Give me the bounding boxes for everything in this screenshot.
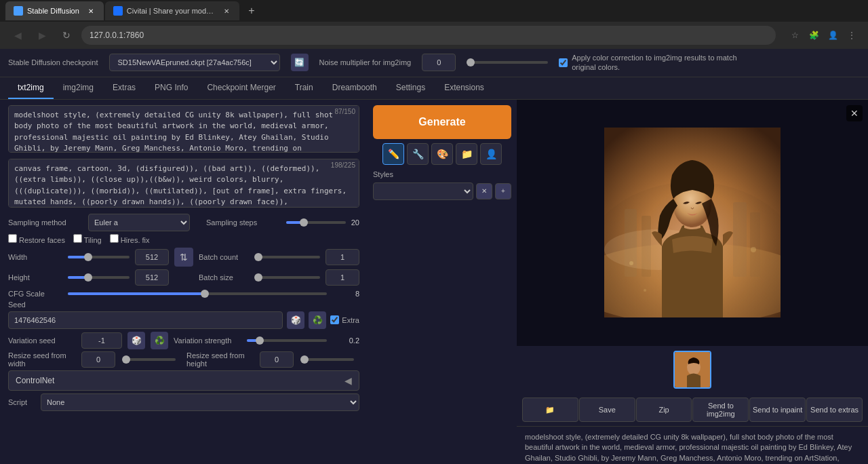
batch-size-row: Batch size bbox=[199, 269, 359, 286]
options-row: Restore faces Tiling Hires. fix bbox=[8, 234, 359, 244]
positive-prompt-input[interactable]: modelshoot style, (extremely detailed CG… bbox=[8, 105, 359, 153]
new-tab-button[interactable]: + bbox=[243, 3, 260, 19]
send-img2img-button[interactable]: Send to img2img bbox=[692, 398, 749, 422]
right-panel: ✕ bbox=[517, 100, 868, 464]
folder-button[interactable]: 📁 bbox=[522, 398, 578, 422]
bookmark-icon[interactable]: ☆ bbox=[787, 27, 803, 43]
style-icon-palette[interactable]: 🎨 bbox=[431, 143, 453, 165]
extra-checkbox[interactable] bbox=[330, 315, 339, 324]
seed-recycle-button[interactable]: ♻️ bbox=[309, 311, 326, 329]
style-icon-person[interactable]: 👤 bbox=[480, 143, 502, 165]
variation-strength-slider[interactable] bbox=[247, 339, 327, 342]
resize-seed-width-slider[interactable] bbox=[126, 358, 176, 361]
width-label: Width bbox=[8, 253, 62, 261]
script-row: Script None bbox=[8, 393, 359, 411]
send-inpaint-button[interactable]: Send to inpaint bbox=[749, 398, 806, 422]
tab-civitai[interactable]: Civitai | Share your models ✕ bbox=[105, 1, 239, 20]
styles-add-button[interactable]: + bbox=[495, 183, 511, 199]
reload-button[interactable]: ↻ bbox=[57, 26, 76, 45]
save-button[interactable]: Save bbox=[579, 398, 635, 422]
save-label: Save bbox=[599, 406, 616, 414]
settings-dots-icon[interactable]: ⋮ bbox=[844, 27, 860, 43]
tab-txt2img[interactable]: txt2img bbox=[8, 77, 54, 99]
cfg-scale-value: 8 bbox=[332, 290, 359, 298]
tab-close-sd[interactable]: ✕ bbox=[86, 6, 96, 16]
tab-checkpoint-merger[interactable]: Checkpoint Merger bbox=[197, 77, 285, 99]
address-bar[interactable]: 127.0.0.1:7860 bbox=[81, 26, 776, 45]
height-row: Height bbox=[8, 269, 169, 286]
style-icon-pencil[interactable]: ✏️ bbox=[382, 143, 404, 165]
tab-img2img[interactable]: img2img bbox=[54, 77, 103, 99]
tab-train[interactable]: Train bbox=[285, 77, 323, 99]
batch-count-input[interactable] bbox=[326, 249, 359, 265]
controlnet-section[interactable]: ControlNet ◀ bbox=[8, 370, 359, 391]
restore-faces-label: Restore faces bbox=[8, 234, 65, 244]
tab-settings[interactable]: Settings bbox=[387, 77, 435, 99]
tab-extras[interactable]: Extras bbox=[103, 77, 145, 99]
image-close-button[interactable]: ✕ bbox=[846, 105, 863, 121]
hires-fix-label: Hires. fix bbox=[110, 234, 150, 244]
resize-seed-height-input[interactable] bbox=[260, 351, 294, 368]
style-icon-wrench[interactable]: 🔧 bbox=[407, 143, 429, 165]
svg-point-9 bbox=[629, 261, 633, 265]
tab-dreambooth[interactable]: Dreambooth bbox=[323, 77, 387, 99]
batch-size-col: Batch size bbox=[199, 267, 359, 288]
resize-seed-height-slider[interactable] bbox=[304, 358, 354, 361]
color-correction-checkbox[interactable] bbox=[559, 58, 568, 67]
seed-row: 🎲 ♻️ Extra bbox=[8, 311, 359, 329]
noise-slider-container bbox=[467, 61, 548, 64]
checkpoint-label: Stable Diffusion checkpoint bbox=[8, 58, 98, 66]
noise-slider[interactable] bbox=[467, 61, 548, 64]
tab-png-info[interactable]: PNG Info bbox=[145, 77, 197, 99]
resize-seed-width-input[interactable] bbox=[81, 351, 115, 368]
checkpoint-select[interactable]: SD15NewVAEpruned.ckpt [27a4ac756c] bbox=[109, 54, 280, 71]
back-button[interactable]: ◀ bbox=[8, 26, 27, 45]
sampling-steps-slider[interactable] bbox=[286, 221, 346, 224]
variation-strength-value: 0.2 bbox=[332, 336, 359, 345]
batch-count-label: Batch count bbox=[199, 253, 253, 261]
width-input[interactable] bbox=[135, 249, 169, 265]
batch-size-input[interactable] bbox=[326, 269, 359, 286]
variation-seed-input[interactable] bbox=[81, 332, 122, 349]
tab-close-civitai[interactable]: ✕ bbox=[222, 6, 231, 16]
sampling-method-select[interactable]: Euler a bbox=[88, 214, 190, 231]
tab-extensions[interactable]: Extensions bbox=[435, 77, 494, 99]
zip-label: Zip bbox=[658, 406, 669, 414]
swap-dimensions-button[interactable]: ⇅ bbox=[174, 248, 193, 267]
cfg-scale-slider[interactable] bbox=[68, 292, 327, 295]
tab-stable-diffusion[interactable]: Stable Diffusion ✕ bbox=[5, 1, 104, 20]
tiling-checkbox[interactable] bbox=[73, 234, 82, 243]
generate-button[interactable]: Generate bbox=[373, 105, 511, 139]
batch-size-slider[interactable] bbox=[258, 276, 320, 279]
width-slider[interactable] bbox=[68, 256, 130, 258]
height-thumb bbox=[84, 273, 92, 282]
variation-seed-recycle[interactable]: ♻️ bbox=[151, 332, 168, 349]
height-slider[interactable] bbox=[68, 276, 130, 279]
seed-input[interactable] bbox=[8, 311, 283, 329]
styles-clear-button[interactable]: ✕ bbox=[476, 183, 492, 199]
extensions-icon[interactable]: 🧩 bbox=[806, 27, 822, 43]
zip-button[interactable]: Zip bbox=[636, 398, 692, 422]
batch-count-slider[interactable] bbox=[258, 256, 320, 258]
styles-select[interactable] bbox=[373, 182, 473, 200]
sampling-steps-thumb bbox=[300, 218, 308, 227]
height-input[interactable] bbox=[135, 269, 169, 286]
variation-seed-dice[interactable]: 🎲 bbox=[127, 332, 145, 349]
forward-button[interactable]: ▶ bbox=[33, 26, 52, 45]
styles-label: Styles bbox=[373, 170, 511, 178]
seed-dice-button[interactable]: 🎲 bbox=[287, 311, 304, 329]
positive-prompt-counter: 87/150 bbox=[334, 108, 355, 115]
noise-input[interactable] bbox=[422, 54, 456, 71]
thumbnail-1[interactable] bbox=[673, 351, 711, 389]
hires-fix-checkbox[interactable] bbox=[110, 234, 119, 243]
action-bar: 📁 Save Zip Send to img2img Send to inpai… bbox=[517, 393, 868, 426]
restore-faces-checkbox[interactable] bbox=[8, 234, 17, 243]
send-extras-button[interactable]: Send to extras bbox=[806, 398, 863, 422]
script-select[interactable]: None bbox=[41, 393, 359, 411]
sampling-method-row: Sampling method Euler a Sampling steps 2… bbox=[8, 214, 359, 231]
content-area: 87/150 modelshoot style, (extremely deta… bbox=[0, 100, 868, 464]
style-icon-folder[interactable]: 📁 bbox=[456, 143, 477, 165]
profile-icon[interactable]: 👤 bbox=[825, 27, 841, 43]
checkpoint-refresh-button[interactable]: 🔄 bbox=[291, 54, 309, 71]
negative-prompt-input[interactable]: canvas frame, cartoon, 3d, (disfigured))… bbox=[8, 159, 359, 208]
